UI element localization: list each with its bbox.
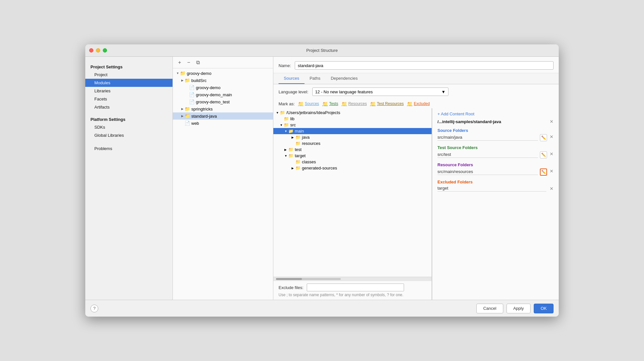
tree-item-springtricks[interactable]: ▶ 📁 springtricks (173, 105, 273, 112)
sidebar-item-sdks[interactable]: SDKs (85, 123, 173, 131)
sidebar-item-global-libraries[interactable]: Global Libraries (85, 131, 173, 139)
help-button[interactable]: ? (90, 305, 98, 312)
remove-resource-folder-button[interactable]: ✕ (550, 169, 554, 176)
remove-excluded-folder-button[interactable]: ✕ (550, 186, 554, 191)
folder-icon: 📁 (295, 135, 301, 140)
tree-arrow: ▶ (284, 148, 288, 151)
test-source-folders-title: Test Source Folders (437, 145, 554, 150)
folder-icon: 📁 (284, 116, 289, 121)
tree-item-buildsrc[interactable]: ▶ 📁 buildSrc (173, 77, 273, 84)
folder-icon: 📁 (180, 71, 185, 76)
sidebar-item-problems[interactable]: Problems (85, 145, 173, 153)
sidebar-item-project[interactable]: Project (85, 71, 173, 79)
folder-icon: 📁 (295, 159, 301, 164)
tree-item-web[interactable]: 📄 web (173, 120, 273, 127)
main-content: Project Settings Project Modules Librari… (85, 57, 559, 300)
bottom-bar: ? Cancel Apply OK (85, 300, 559, 317)
split-pane: ▼ 📁 /Users/jetbrains/IdeaProjects 📁 lib (273, 108, 559, 300)
excluded-folder-icon: 📁 (407, 101, 412, 106)
edit-test-source-folder-button[interactable]: ✏️ (540, 151, 547, 158)
content-root-path-text: /...intellij-samples/standard-java (437, 119, 501, 124)
file-tree-item-classes[interactable]: 📁 classes (273, 159, 432, 165)
exclude-files-input[interactable] (307, 284, 404, 291)
file-tree-item-root[interactable]: ▼ 📁 /Users/jetbrains/IdeaProjects (273, 110, 432, 116)
tab-dependencies[interactable]: Dependencies (326, 73, 363, 84)
test-resources-folder-icon: 📁 (370, 101, 376, 106)
sidebar-item-modules[interactable]: Modules (85, 79, 173, 87)
language-level-select[interactable]: 12 - No new language features ▼ (312, 87, 448, 96)
file-tree-label: resources (302, 141, 320, 146)
folder-icon: 📄 (189, 92, 195, 97)
mark-tests-badge[interactable]: 📁 Tests (322, 101, 338, 106)
folder-icon: 📄 (189, 99, 195, 104)
name-input[interactable] (295, 61, 554, 70)
tree-item-groovy-demo-sub[interactable]: 📄 groovy-demo (173, 84, 273, 91)
file-tree-item-src[interactable]: ▼ 📁 src (273, 122, 432, 128)
content-area: Name: Sources Paths Dependencies Languag… (273, 57, 559, 300)
file-tree-item-generated-sources[interactable]: ▶ 📁 generated-sources (273, 165, 432, 171)
language-level-row: Language level: 12 - No new language fea… (273, 84, 559, 99)
folder-icon: 📄 (189, 85, 195, 90)
apply-button[interactable]: Apply (507, 304, 531, 313)
edit-resource-folder-button[interactable]: ✏️ (540, 169, 547, 176)
cancel-button[interactable]: Cancel (476, 304, 503, 313)
tab-sources[interactable]: Sources (279, 73, 304, 84)
tree-item-standard-java[interactable]: ▶ 📁 standard-java (173, 112, 273, 120)
tree-arrow: ▶ (180, 114, 185, 118)
copy-module-button[interactable]: ⧉ (194, 59, 201, 66)
mark-as-row: Mark as: 📁 Sources 📁 Tests 📁 Resources 📁… (273, 99, 559, 108)
folder-icon: 📁 (288, 147, 293, 152)
tree-arrow: ▶ (292, 136, 295, 139)
file-tree-item-target[interactable]: ▼ 📁 target (273, 153, 432, 159)
add-content-root-button[interactable]: + Add Content Root (437, 111, 554, 116)
source-folder-actions: ✏️ ✕ (540, 134, 554, 141)
tree-item-label: springtricks (191, 107, 213, 111)
sidebar-item-libraries[interactable]: Libraries (85, 87, 173, 95)
mark-resources-badge[interactable]: 📁 Resources (341, 101, 367, 106)
file-tree-container: ▼ 📁 /Users/jetbrains/IdeaProjects 📁 lib (273, 108, 432, 300)
edit-source-folder-button[interactable]: ✏️ (540, 134, 547, 141)
horizontal-scrollbar[interactable] (273, 277, 432, 281)
file-tree-item-java[interactable]: ▶ 📁 java (273, 134, 432, 140)
mark-as-label: Mark as: (279, 101, 295, 106)
mark-excluded-badge[interactable]: 📁 Excluded (407, 101, 430, 106)
name-row: Name: (273, 57, 559, 73)
excluded-folders-title: Excluded Folders (437, 180, 554, 184)
tree-item-label: groovy-demo_main (196, 92, 232, 97)
maximize-window-button[interactable] (103, 48, 107, 52)
tree-item-groovy-demo-root[interactable]: ▼ 📁 groovy-demo (173, 70, 273, 77)
tree-item-groovy-demo-main[interactable]: 📄 groovy-demo_main (173, 91, 273, 98)
add-module-button[interactable]: + (176, 59, 183, 66)
file-tree: ▼ 📁 /Users/jetbrains/IdeaProjects 📁 lib (273, 108, 432, 277)
remove-module-button[interactable]: − (185, 59, 192, 66)
file-tree-item-test[interactable]: ▶ 📁 test (273, 146, 432, 153)
file-tree-item-main[interactable]: ▼ 📁 main (273, 128, 432, 134)
remove-content-root-button[interactable]: ✕ (550, 119, 554, 124)
resource-folder-path: src/main/resources (437, 169, 538, 175)
sources-folder-icon: 📁 (298, 101, 304, 106)
tree-arrow: ▶ (180, 79, 185, 82)
tree-item-groovy-demo-test[interactable]: 📄 groovy-demo_test (173, 98, 273, 105)
sidebar-item-artifacts[interactable]: Artifacts (85, 103, 173, 111)
tab-paths[interactable]: Paths (304, 73, 326, 84)
remove-source-folder-button[interactable]: ✕ (550, 134, 554, 141)
resource-folder-item: src/main/resources ✏️ ✕ (437, 169, 554, 177)
remove-test-source-folder-button[interactable]: ✕ (550, 151, 554, 158)
test-source-folder-path: src/test (437, 152, 538, 158)
source-folders-title: Source Folders (437, 128, 554, 133)
mark-sources-badge[interactable]: 📁 Sources (298, 101, 319, 106)
file-tree-item-resources[interactable]: 📁 resources (273, 140, 432, 146)
ok-button[interactable]: OK (534, 304, 554, 313)
module-tree-toolbar: + − ⧉ (173, 57, 273, 68)
sidebar-item-facets[interactable]: Facets (85, 95, 173, 103)
file-tree-label: test (295, 147, 302, 152)
tree-item-label: groovy-demo_test (196, 99, 230, 104)
file-tree-label: lib (290, 116, 294, 121)
close-window-button[interactable] (89, 48, 93, 52)
minimize-window-button[interactable] (96, 48, 100, 52)
file-tree-item-lib[interactable]: 📁 lib (273, 116, 432, 122)
mark-test-resources-badge[interactable]: 📁 Test Resources (370, 101, 404, 106)
window-title: Project Structure (306, 48, 338, 53)
exclude-files-label: Exclude files: (279, 285, 304, 290)
folder-icon: 📁 (288, 153, 293, 158)
